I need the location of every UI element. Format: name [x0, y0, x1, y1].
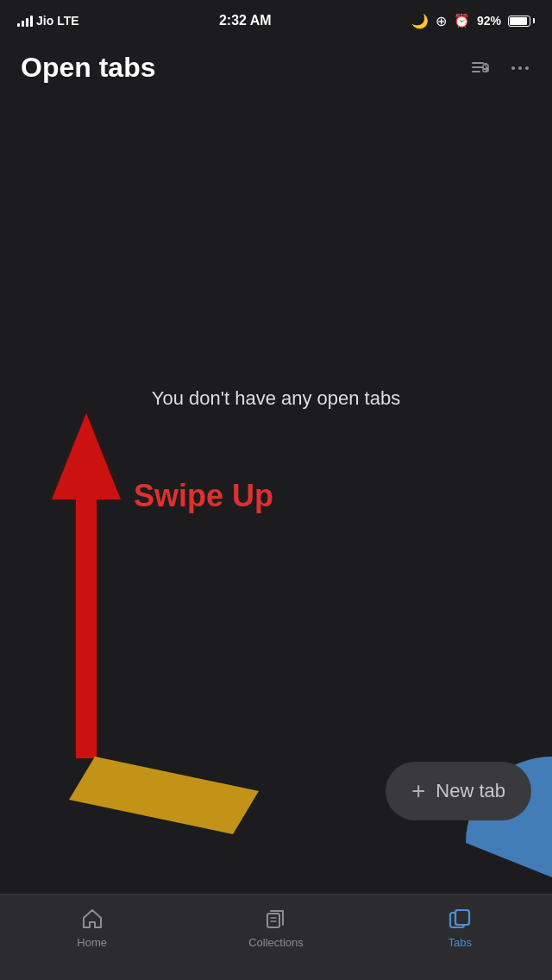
tabs-nav-label: Tabs — [448, 936, 472, 949]
svg-rect-0 — [472, 62, 484, 64]
network-type: LTE — [57, 14, 78, 28]
svg-marker-7 — [52, 413, 121, 758]
battery-icon — [508, 16, 535, 27]
plus-icon: + — [411, 777, 425, 805]
svg-rect-2 — [472, 71, 480, 72]
svg-rect-9 — [267, 914, 279, 927]
status-left: Jio LTE — [17, 14, 79, 28]
svg-marker-8 — [69, 757, 259, 834]
collections-icon — [264, 907, 288, 931]
collections-nav-label: Collections — [248, 936, 304, 949]
location-icon: ⊕ — [436, 13, 447, 29]
header-actions — [469, 57, 531, 79]
page-header: Open tabs — [0, 38, 552, 94]
main-content: You don't have any open tabs Swipe Up + … — [0, 94, 552, 907]
nav-item-tabs[interactable]: Tabs — [417, 907, 503, 949]
signal-icon — [17, 15, 33, 27]
swipe-up-label: Swipe Up — [134, 478, 273, 514]
yellow-decoration — [69, 748, 259, 846]
svg-rect-1 — [472, 66, 484, 68]
time-display: 2:32 AM — [219, 13, 272, 28]
svg-rect-13 — [455, 910, 469, 925]
svg-point-6 — [525, 66, 529, 70]
alarm-icon: ⏰ — [454, 13, 470, 28]
status-bar: Jio LTE 2:32 AM 🌙 ⊕ ⏰ 92% — [0, 0, 552, 38]
status-right: 🌙 ⊕ ⏰ 92% — [411, 13, 535, 29]
more-options-icon — [509, 57, 531, 79]
home-icon — [80, 907, 104, 931]
tabs-icon — [448, 907, 472, 931]
carrier-label: Jio — [36, 14, 53, 28]
nav-item-collections[interactable]: Collections — [233, 907, 319, 949]
swipe-up-arrow — [52, 413, 121, 762]
svg-point-4 — [511, 66, 515, 70]
empty-message: You don't have any open tabs — [152, 387, 400, 410]
page-title: Open tabs — [21, 52, 155, 84]
new-tab-label: New tab — [436, 780, 505, 802]
svg-point-5 — [518, 66, 522, 70]
do-not-disturb-icon: 🌙 — [411, 13, 429, 29]
delete-tabs-button[interactable] — [469, 57, 492, 79]
bottom-nav: Home Collections Tabs — [0, 894, 552, 980]
nav-item-home[interactable]: Home — [49, 907, 135, 949]
new-tab-button[interactable]: + New tab — [386, 762, 531, 820]
more-options-button[interactable] — [509, 57, 531, 79]
home-nav-label: Home — [77, 936, 107, 949]
battery-percentage: 92% — [477, 14, 501, 28]
delete-list-icon — [469, 57, 492, 79]
